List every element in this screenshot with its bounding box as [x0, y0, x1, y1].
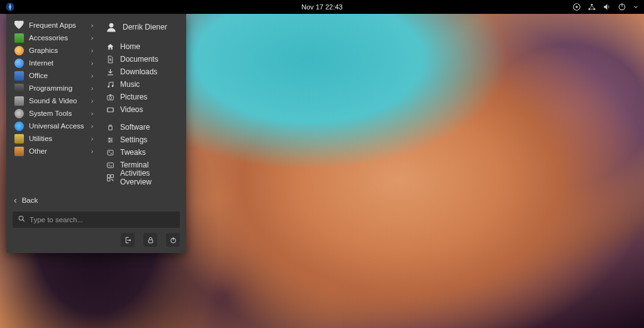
svg-point-21	[109, 151, 110, 152]
svg-rect-13	[109, 94, 111, 96]
chevron-right-icon: ›	[91, 85, 93, 92]
svg-point-18	[111, 139, 112, 140]
category-other[interactable]: Other ›	[6, 145, 99, 157]
network-icon[interactable]	[587, 3, 596, 11]
svg-rect-15	[107, 108, 108, 112]
category-label: Accessories	[29, 34, 86, 42]
svg-rect-20	[108, 150, 113, 155]
place-pictures[interactable]: Pictures	[99, 91, 186, 103]
place-label: Downloads	[120, 67, 157, 76]
video-icon	[106, 105, 114, 114]
chevron-left-icon: ‹	[14, 195, 17, 205]
category-label: Office	[29, 72, 86, 79]
place-label: Videos	[120, 105, 143, 114]
music-icon	[106, 80, 114, 89]
place-label: Pictures	[120, 93, 147, 101]
clock[interactable]: Nov 17 22:43	[301, 3, 342, 11]
category-system-tools[interactable]: System Tools ›	[6, 107, 99, 120]
place-label: Music	[120, 80, 140, 89]
programming-icon	[14, 83, 24, 93]
menu-categories-column: Frequent Apps › Accessories › Graphics ›…	[6, 14, 99, 186]
user-account[interactable]: Derrik Diener	[99, 19, 186, 35]
back-button[interactable]: ‹ Back	[13, 193, 180, 212]
chevron-right-icon: ›	[91, 47, 93, 54]
tray-app-icon[interactable]	[572, 3, 581, 11]
place-videos[interactable]: Videos	[99, 103, 186, 116]
svg-rect-30	[172, 237, 173, 240]
sound-video-icon	[14, 96, 24, 106]
svg-point-10	[111, 85, 113, 87]
chevron-right-icon: ›	[91, 60, 93, 67]
chevron-right-icon: ›	[91, 22, 93, 29]
svg-point-9	[108, 86, 109, 88]
search-input[interactable]	[30, 216, 175, 223]
activities-icon	[106, 173, 114, 182]
menu-places-column: Derrik Diener Home Documents Downloads M…	[99, 14, 186, 186]
svg-rect-23	[107, 162, 113, 167]
category-label: Internet	[29, 59, 86, 67]
svg-rect-16	[112, 108, 113, 112]
svg-point-17	[108, 137, 109, 139]
chevron-right-icon: ›	[91, 123, 93, 130]
category-frequent-apps[interactable]: Frequent Apps ›	[6, 19, 99, 31]
svg-rect-24	[107, 174, 109, 177]
shortcut-label: Tweaks	[120, 148, 146, 157]
lock-button[interactable]	[143, 233, 157, 247]
shortcut-label: Terminal	[120, 161, 148, 169]
heart-icon	[14, 20, 24, 30]
svg-rect-7	[621, 4, 622, 7]
utilities-icon	[14, 133, 24, 144]
top-bar: Nov 17 22:43	[0, 0, 644, 14]
svg-point-22	[111, 152, 112, 154]
place-downloads[interactable]: Downloads	[99, 65, 186, 78]
svg-point-27	[19, 216, 23, 220]
power-icon[interactable]	[618, 3, 626, 11]
category-programming[interactable]: Programming ›	[6, 82, 99, 94]
category-utilities[interactable]: Utilities ›	[6, 132, 99, 145]
shortcut-label: Activities Overview	[120, 169, 180, 186]
category-label: System Tools	[29, 110, 86, 117]
chevron-right-icon: ›	[91, 148, 93, 155]
search-box[interactable]	[13, 212, 180, 228]
category-universal-access[interactable]: Universal Access ›	[6, 120, 99, 132]
shortcut-software[interactable]: Software	[99, 121, 186, 133]
place-music[interactable]: Music	[99, 78, 186, 91]
category-graphics[interactable]: Graphics ›	[6, 44, 99, 57]
svg-point-19	[108, 141, 109, 142]
volume-icon[interactable]	[602, 3, 611, 11]
power-button[interactable]	[166, 233, 180, 247]
logout-button[interactable]	[121, 233, 135, 247]
shortcut-settings[interactable]: Settings	[99, 133, 186, 146]
svg-point-5	[591, 4, 593, 6]
place-documents[interactable]: Documents	[99, 53, 186, 65]
place-home[interactable]: Home	[99, 40, 186, 53]
shortcut-activities[interactable]: Activities Overview	[99, 171, 186, 184]
settings-icon	[106, 135, 114, 144]
camera-icon	[106, 93, 114, 101]
tweaks-icon	[106, 148, 114, 157]
category-label: Utilities	[29, 135, 86, 142]
chevron-down-icon[interactable]	[633, 3, 639, 11]
office-icon	[14, 71, 24, 81]
category-label: Graphics	[29, 47, 86, 54]
search-icon	[18, 215, 26, 225]
session-actions	[6, 232, 186, 253]
category-label: Other	[29, 147, 86, 155]
chevron-right-icon: ›	[91, 72, 93, 79]
home-icon	[106, 42, 114, 51]
graphics-icon	[14, 45, 24, 55]
place-label: Documents	[120, 55, 158, 64]
category-internet[interactable]: Internet ›	[6, 57, 99, 69]
category-accessories[interactable]: Accessories ›	[6, 31, 99, 44]
activities-logo-icon[interactable]	[5, 2, 15, 12]
back-label: Back	[22, 196, 38, 204]
application-menu: Frequent Apps › Accessories › Graphics ›…	[6, 14, 186, 253]
category-office[interactable]: Office ›	[6, 69, 99, 82]
svg-rect-26	[107, 178, 109, 181]
shortcut-tweaks[interactable]: Tweaks	[99, 146, 186, 159]
chevron-right-icon: ›	[91, 98, 93, 105]
svg-rect-25	[111, 174, 113, 177]
terminal-icon	[106, 161, 114, 169]
category-sound-video[interactable]: Sound & Video ›	[6, 94, 99, 107]
place-label: Home	[120, 42, 140, 51]
